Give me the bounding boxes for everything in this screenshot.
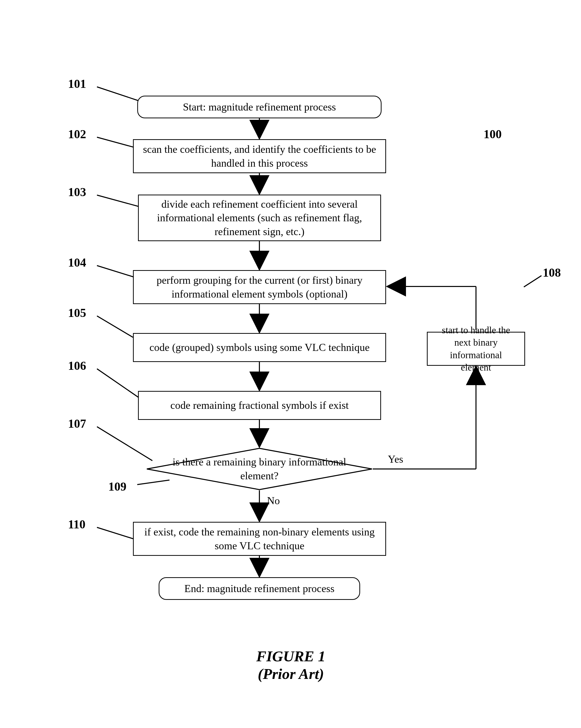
box-106: code remaining fractional symbols if exi… [138,391,381,420]
label-103: 103 [68,185,86,199]
label-102: 102 [68,127,86,141]
label-101: 101 [68,77,86,90]
label-104: 104 [68,256,86,269]
svg-line-14 [97,137,138,149]
figure-title-text: FIGURE 1 [256,648,325,665]
svg-line-16 [97,266,133,277]
box-start: Start: magnitude refinement process [137,96,382,118]
label-107: 107 [68,417,86,431]
svg-line-15 [97,195,138,206]
label-yes: Yes [388,453,403,465]
label-108: 108 [543,266,561,280]
label-100: 100 [483,127,502,141]
svg-line-21 [97,527,133,539]
flowchart-container: 101 102 103 104 105 106 107 109 110 100 … [0,0,581,728]
svg-line-13 [97,87,138,101]
box-103: divide each refinement coefficient into … [138,194,381,241]
label-no: No [267,495,280,507]
svg-line-17 [97,316,133,337]
label-106: 106 [68,359,86,372]
figure-title: FIGURE 1 [219,648,363,665]
label-110: 110 [68,517,85,531]
figure-subtitle-text: (Prior Art) [258,666,324,682]
box-105: code (grouped) symbols using some VLC te… [133,333,386,362]
svg-line-18 [97,369,139,398]
decision-107-text: is there a remaining binary informationa… [169,455,350,483]
figure-subtitle: (Prior Art) [219,665,363,683]
decision-107: is there a remaining binary informationa… [146,448,373,490]
box-108: start to handle the next binary informat… [427,332,525,366]
box-109: if exist, code the remaining non-binary … [133,522,386,556]
box-102: scan the coefficients, and identify the … [133,139,386,173]
box-104: perform grouping for the current (or fir… [133,270,386,304]
label-105: 105 [68,306,86,320]
svg-line-22 [524,276,541,287]
label-109: 109 [108,479,126,493]
box-end: End: magnitude refinement process [159,577,360,600]
svg-line-19 [97,427,152,461]
